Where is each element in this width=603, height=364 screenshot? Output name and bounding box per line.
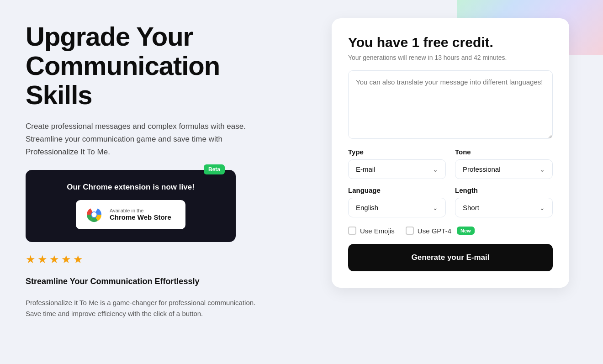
card-subtitle: Your generations will renew in 13 hours … — [348, 54, 553, 61]
star-2: ★ — [37, 253, 48, 266]
review-title: Streamline Your Communication Effortless… — [26, 277, 276, 286]
use-emojis-label: Use Emojis — [360, 227, 395, 235]
type-dropdown[interactable]: E-mail ⌄ — [348, 159, 446, 179]
length-label: Length — [455, 186, 553, 194]
language-label: Language — [348, 186, 446, 194]
chrome-store-button[interactable]: Available in the Chrome Web Store — [76, 200, 185, 229]
dropdowns-grid: Type E-mail ⌄ Tone Professional ⌄ — [348, 148, 553, 217]
right-panel: You have 1 free credit. Your generations… — [302, 0, 603, 364]
language-chevron-icon: ⌄ — [433, 204, 438, 211]
length-chevron-icon: ⌄ — [540, 204, 545, 211]
language-value: English — [356, 204, 378, 211]
language-dropdown[interactable]: English ⌄ — [348, 198, 446, 217]
page-wrapper: Upgrade Your Communication Skills Create… — [0, 0, 603, 364]
beta-badge: Beta — [204, 164, 225, 174]
length-group: Length Short ⌄ — [455, 186, 553, 217]
generate-button[interactable]: Generate your E-mail — [348, 244, 553, 271]
language-group: Language English ⌄ — [348, 186, 446, 217]
length-value: Short — [463, 204, 479, 211]
main-card: You have 1 free credit. Your generations… — [332, 18, 569, 288]
use-emojis-option[interactable]: Use Emojis — [348, 227, 395, 235]
use-gpt4-label: Use GPT-4 — [418, 227, 451, 235]
new-badge: New — [457, 227, 475, 235]
star-3: ★ — [49, 253, 59, 266]
star-4: ★ — [61, 253, 71, 266]
chrome-store-label: Available in the — [110, 208, 143, 213]
type-chevron-icon: ⌄ — [433, 166, 438, 173]
svg-point-2 — [92, 212, 97, 217]
chrome-store-name: Chrome Web Store — [110, 213, 171, 221]
message-textarea[interactable] — [348, 70, 553, 139]
hero-subtitle: Create professional messages and complex… — [26, 120, 263, 158]
chrome-icon — [85, 206, 103, 224]
star-5: ★ — [73, 253, 83, 266]
length-dropdown[interactable]: Short ⌄ — [455, 198, 553, 217]
tone-value: Professional — [463, 165, 501, 173]
card-title: You have 1 free credit. — [348, 35, 553, 50]
use-gpt4-option[interactable]: Use GPT-4 New — [406, 227, 475, 235]
left-panel: Upgrade Your Communication Skills Create… — [0, 0, 302, 364]
type-group: Type E-mail ⌄ — [348, 148, 446, 179]
tone-group: Tone Professional ⌄ — [455, 148, 553, 179]
type-label: Type — [348, 148, 446, 156]
tone-dropdown[interactable]: Professional ⌄ — [455, 159, 553, 179]
use-gpt4-checkbox[interactable] — [406, 227, 414, 235]
review-text: Professionalize It To Me is a game-chang… — [26, 297, 263, 320]
use-emojis-checkbox[interactable] — [348, 227, 356, 235]
tone-label: Tone — [455, 148, 553, 156]
options-row: Use Emojis Use GPT-4 New — [348, 227, 553, 235]
stars-row: ★ ★ ★ ★ ★ — [26, 253, 276, 266]
chrome-store-text: Available in the Chrome Web Store — [110, 208, 171, 221]
star-1: ★ — [26, 253, 36, 266]
chrome-card-title: Our Chrome extension is now live! — [67, 183, 195, 192]
chrome-extension-card: Beta Our Chrome extension is now live! — [26, 170, 236, 242]
type-value: E-mail — [356, 165, 376, 173]
hero-title: Upgrade Your Communication Skills — [26, 22, 276, 109]
tone-chevron-icon: ⌄ — [540, 166, 545, 173]
